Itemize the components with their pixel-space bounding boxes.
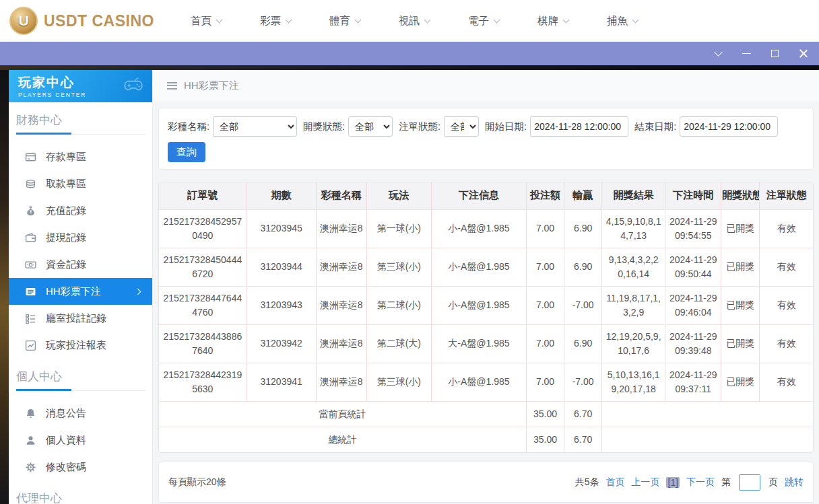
- table-cell: 已開獎: [721, 209, 760, 248]
- sidebar-item-label: 個人資料: [46, 434, 86, 447]
- pagination-next[interactable]: 下一页: [686, 476, 715, 489]
- page-title: HH彩票下注: [184, 79, 239, 92]
- nav-item-home[interactable]: 首頁: [191, 14, 222, 28]
- sidebar-item-hall-bet-records[interactable]: 廳室投註記錄: [9, 305, 152, 332]
- table-cell: 澳洲幸运8: [316, 324, 366, 363]
- search-button[interactable]: 查詢: [168, 142, 205, 162]
- sidebar-item-label: 取款專區: [46, 178, 86, 190]
- sidebar-item-recharge-records[interactable]: $充值記錄: [9, 197, 152, 224]
- sidebar-item-profile[interactable]: 個人資料: [9, 427, 152, 454]
- sidebar-item-withdraw-area[interactable]: 取款專區: [9, 170, 152, 197]
- sidebar-item-label: 玩家投注報表: [46, 339, 106, 352]
- pagination-total: 共5条: [575, 476, 599, 489]
- table-cell: 小-A盤@1.985: [431, 363, 526, 401]
- section-underline: [16, 389, 145, 391]
- table-cell: 2024-11-29 09:39:48: [665, 324, 721, 363]
- brand-logo[interactable]: U USDT CASINO: [9, 7, 154, 35]
- table-cell: 有效: [760, 363, 813, 401]
- order-status-select[interactable]: 全部: [444, 116, 479, 137]
- sidebar-section-title: 個人中心: [16, 369, 152, 384]
- table-cell: 已開獎: [721, 248, 760, 286]
- sidebar-item-label: HH彩票下注: [46, 285, 101, 298]
- report-icon: [25, 340, 36, 351]
- sidebar-item-withdrawal-records[interactable]: 提現記錄: [9, 224, 152, 251]
- sidebar-item-label: 充值記錄: [46, 205, 86, 217]
- table-header-row: 訂單號期數彩種名稱玩法下注信息投注額輸贏開獎結果下注時間開獎狀態注單狀態: [159, 182, 813, 209]
- column-header: 下注信息: [431, 182, 526, 209]
- table-cell: 第三球(小): [366, 248, 431, 286]
- summary-cell: 當前頁統計: [159, 401, 527, 427]
- nav-item-label: 首頁: [191, 14, 211, 28]
- pagination-first[interactable]: 首页: [605, 476, 624, 489]
- order-status-label: 注單狀態:: [399, 120, 440, 133]
- table-cell: 6.90: [564, 209, 602, 248]
- summary-cell: [602, 427, 813, 452]
- breadcrumb: HH彩票下注: [153, 70, 819, 101]
- column-header: 彩種名稱: [316, 182, 366, 209]
- hamburger-icon[interactable]: [167, 82, 177, 89]
- main-content: HH彩票下注 彩種名稱: 全部 開獎狀態: 全部 注單狀態: 全部 開始日期: …: [153, 70, 819, 504]
- sidebar: 玩家中心 PLAYERS CENTER 財務中心存款專區取款專區$充值記錄提現記…: [9, 70, 153, 504]
- summary-cell: [602, 401, 813, 427]
- deposit-icon: [25, 151, 36, 163]
- table-cell: 有效: [760, 324, 813, 363]
- table-cell: 31203945: [247, 209, 316, 248]
- brand-coin-icon: U: [9, 7, 38, 35]
- sidebar-item-funds-records[interactable]: 資金記錄: [9, 251, 152, 278]
- draw-status-select[interactable]: 全部: [348, 116, 393, 137]
- window-close-icon[interactable]: [798, 48, 808, 59]
- table-cell: 6.90: [564, 324, 602, 363]
- gamepad-icon: [120, 73, 147, 98]
- table-cell: 澳洲幸运8: [316, 248, 366, 286]
- nav-item-fishing[interactable]: 捕魚: [607, 14, 638, 28]
- summary-cell: 6.70: [564, 401, 602, 427]
- bets-table: 訂單號期數彩種名稱玩法下注信息投注額輸贏開獎結果下注時間開獎狀態注單狀態 215…: [159, 182, 813, 452]
- nav-item-lottery[interactable]: 彩票: [260, 14, 291, 28]
- nav-item-slots[interactable]: 電子: [468, 14, 499, 28]
- end-date-input[interactable]: [680, 116, 778, 137]
- table-cell: 2152173284529570490: [159, 209, 247, 248]
- nav-item-cards[interactable]: 棋牌: [537, 14, 568, 28]
- sidebar-item-player-bet-report[interactable]: 玩家投注報表: [9, 332, 152, 359]
- nav-item-sports[interactable]: 體育: [329, 14, 360, 28]
- table-cell: 6.90: [564, 248, 602, 286]
- table-cell: 小-A盤@1.985: [431, 248, 526, 286]
- table-cell: 已開獎: [721, 363, 760, 401]
- table-cell: 2024-11-29 09:50:44: [665, 248, 721, 286]
- pagination-current[interactable]: [1]: [666, 477, 680, 488]
- page-number-input[interactable]: [739, 474, 760, 491]
- table-cell: 5,10,13,16,19,20,17,18: [602, 363, 665, 401]
- table-row: 215217328447644476031203943澳洲幸运8第二球(小)小-…: [159, 286, 813, 324]
- window-collapse-icon[interactable]: [713, 48, 723, 59]
- nav-item-live[interactable]: 視訊: [399, 14, 430, 28]
- sidebar-item-hh-lottery-bets[interactable]: HH彩票下注: [9, 278, 152, 305]
- table-cell: 2024-11-29 09:37:11: [665, 363, 721, 401]
- table-cell: -7.00: [564, 363, 602, 401]
- brand-name: USDT CASINO: [44, 12, 154, 30]
- table-cell: 7.00: [527, 286, 564, 324]
- table-cell: 4,15,9,10,8,14,7,13: [602, 209, 665, 248]
- table-cell: 大-A盤@1.985: [431, 324, 526, 363]
- password-icon: [25, 462, 36, 473]
- chevron-right-icon: [135, 288, 141, 295]
- page-size-text: 每頁顯示20條: [168, 476, 226, 489]
- start-date-input[interactable]: [530, 116, 628, 137]
- table-cell: 有效: [760, 248, 813, 286]
- table-cell: 11,19,8,17,1,3,2,9: [602, 286, 665, 324]
- window-maximize-icon[interactable]: [770, 48, 780, 59]
- sidebar-item-notices[interactable]: 消息公告: [9, 400, 152, 427]
- nav-item-label: 捕魚: [607, 14, 628, 28]
- pagination-prev[interactable]: 上一页: [631, 476, 659, 489]
- start-date-label: 開始日期:: [485, 120, 527, 133]
- sidebar-item-deposit-area[interactable]: 存款專區: [9, 143, 152, 170]
- chevron-down-icon: [424, 16, 431, 23]
- window-minimize-icon[interactable]: [742, 48, 752, 59]
- column-header: 投注額: [527, 182, 564, 209]
- pagination-jump[interactable]: 跳转: [785, 476, 804, 489]
- sidebar-item-change-password[interactable]: 修改密碼: [9, 454, 152, 480]
- table-cell: 31203942: [247, 324, 316, 363]
- total-summary-row: 總統計35.006.70: [159, 427, 813, 452]
- bets-table-panel: 訂單號期數彩種名稱玩法下注信息投注額輸贏開獎結果下注時間開獎狀態注單狀態 215…: [158, 182, 814, 453]
- lottery-select[interactable]: 全部: [213, 116, 297, 137]
- chevron-down-icon: [632, 16, 639, 23]
